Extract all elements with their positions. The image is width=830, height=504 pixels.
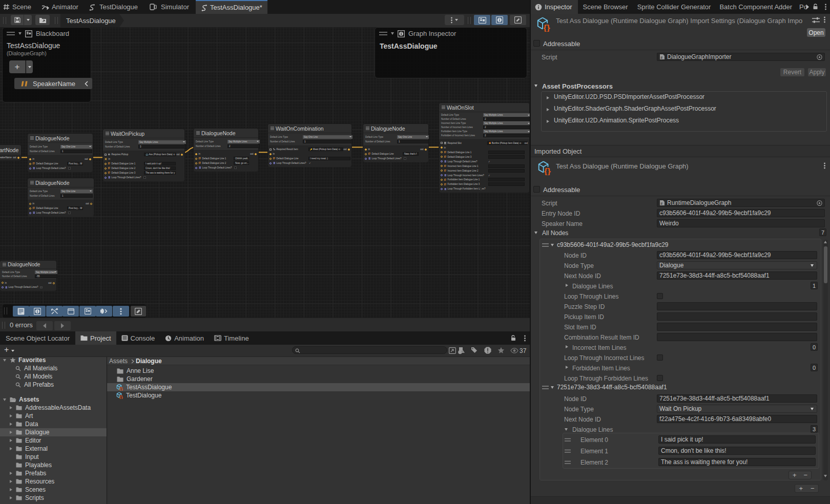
svg-text:{}: {} — [119, 387, 123, 391]
svg-text:#: # — [660, 56, 662, 59]
svg-text:#: # — [660, 202, 662, 205]
svg-text:{}: {} — [544, 23, 551, 32]
svg-text:{}: {} — [544, 166, 551, 175]
svg-text:{}: {} — [119, 395, 123, 399]
